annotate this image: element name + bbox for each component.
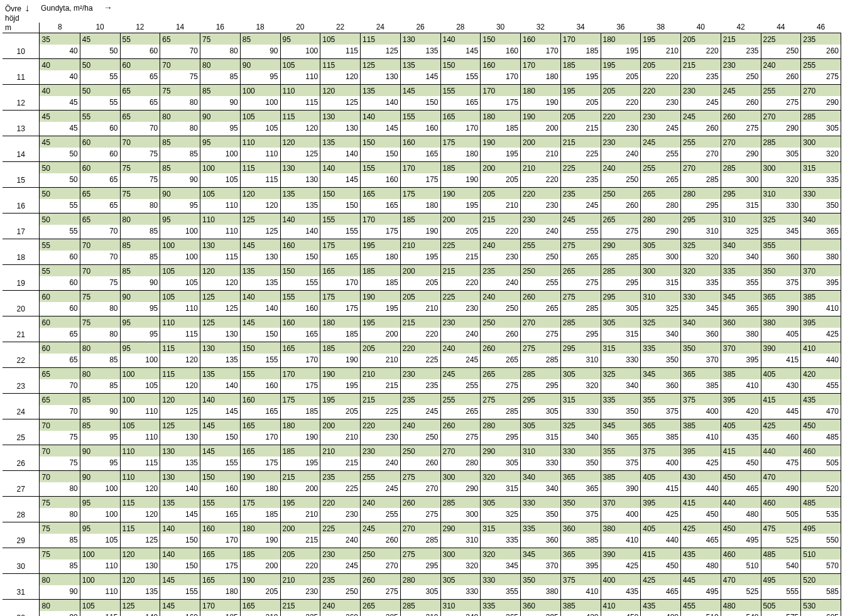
data-cell: 6570	[120, 111, 160, 136]
plain-value: 205	[320, 405, 360, 416]
shaded-value: 105	[160, 265, 200, 276]
data-cell: 7580	[40, 497, 80, 522]
plain-value: 535	[801, 508, 841, 519]
plain-value: 345	[481, 559, 520, 571]
plain-value: 195	[361, 302, 400, 313]
data-cell: 485540	[761, 548, 801, 574]
data-cell: 335350	[601, 394, 641, 419]
data-cell: 5560	[40, 265, 80, 291]
shaded-value: 320	[481, 548, 520, 559]
data-cell: 7580	[80, 291, 120, 316]
data-cell: 415450	[721, 445, 761, 471]
data-cell: 280305	[400, 574, 440, 600]
plain-value: 70	[160, 45, 200, 56]
shaded-value: 415	[761, 394, 801, 405]
shaded-value: 215	[281, 471, 320, 482]
data-cell: 280290	[641, 213, 681, 239]
shaded-value: 170	[481, 85, 520, 96]
plain-value: 295	[521, 379, 560, 391]
data-cell: 325345	[761, 213, 801, 239]
plain-value: 230	[441, 302, 481, 313]
shaded-value: 475	[761, 522, 801, 534]
plain-value: 55	[40, 225, 79, 236]
shaded-value: 205	[401, 291, 440, 302]
shaded-value: 225	[761, 33, 801, 45]
plain-value: 440	[681, 482, 721, 494]
data-cell: 125125	[200, 291, 241, 316]
plain-value: 145	[160, 508, 200, 519]
plain-value: 215	[361, 379, 400, 391]
data-cell: 470490	[761, 471, 801, 497]
plain-value: 400	[601, 508, 641, 519]
data-cell: 9095	[120, 291, 160, 316]
shaded-value: 150	[200, 471, 240, 482]
plain-value: 85	[80, 354, 120, 365]
plain-value: 235	[281, 611, 320, 616]
data-cell: 235260	[801, 33, 841, 59]
row-header: 26	[3, 445, 40, 471]
plain-value: 420	[721, 405, 761, 416]
plain-value: 405	[761, 328, 801, 339]
shaded-value: 190	[441, 188, 481, 199]
shaded-value: 200	[320, 419, 360, 431]
plain-value: 60	[121, 45, 160, 56]
data-cell: 285295	[521, 368, 561, 394]
plain-value: 395	[521, 611, 560, 616]
shaded-value: 305	[481, 497, 520, 508]
data-cell: 120135	[120, 574, 160, 600]
shaded-value: 295	[561, 342, 601, 354]
shaded-value: 180	[281, 419, 320, 431]
row-header: 31	[3, 574, 40, 600]
plain-value: 160	[160, 611, 200, 616]
plain-value: 140	[121, 611, 160, 616]
shaded-value: 45	[80, 33, 120, 45]
plain-value: 225	[320, 482, 360, 494]
shaded-value: 145	[200, 445, 240, 457]
row-header: 19	[3, 265, 40, 291]
plain-value: 55	[40, 199, 79, 210]
plain-value: 190	[320, 354, 360, 365]
data-cell: 450485	[801, 419, 841, 445]
plain-value: 255	[641, 148, 680, 159]
plain-value: 220	[601, 96, 641, 107]
shaded-value: 125	[200, 291, 240, 302]
plain-value: 135	[401, 45, 440, 56]
row-header: 14	[3, 136, 40, 162]
plain-value: 230	[281, 585, 320, 597]
shaded-value: 90	[241, 59, 280, 70]
data-cell: 140150	[160, 522, 200, 548]
plain-value: 205	[561, 96, 601, 107]
data-cell: 7075	[120, 136, 160, 162]
shaded-value: 100	[160, 239, 200, 251]
plain-value: 100	[80, 508, 120, 519]
col-header: 40	[681, 23, 721, 33]
plain-value: 495	[681, 585, 721, 597]
shaded-value: 205	[481, 188, 520, 199]
data-cell: 105115	[320, 33, 361, 59]
plain-value: 120	[200, 276, 240, 288]
data-cell: 6060	[80, 136, 120, 162]
data-cell: 275285	[481, 394, 521, 419]
shaded-value: 70	[40, 471, 79, 482]
plain-value: 160	[361, 173, 400, 185]
data-cell: 260275	[440, 419, 481, 445]
col-header: 22	[320, 23, 361, 33]
data-cell: 195205	[560, 85, 601, 111]
plain-value: 95	[80, 457, 120, 468]
shaded-value: 200	[401, 265, 440, 276]
shaded-value: 380	[761, 316, 801, 328]
data-cell: 105105	[160, 265, 200, 291]
shaded-value: 170	[521, 59, 560, 70]
data-cell: 7080	[40, 471, 80, 497]
shaded-value: 150	[361, 136, 400, 148]
data-cell: 285295	[560, 316, 601, 342]
shaded-value: 100	[200, 162, 240, 173]
data-cell: 300320	[440, 548, 481, 574]
data-cell: 425465	[681, 522, 721, 548]
plain-value: 295	[401, 559, 440, 571]
data-cell: 235240	[481, 265, 521, 291]
col-header: 44	[761, 23, 801, 33]
data-cell: 7075	[80, 265, 120, 291]
shaded-value: 290	[441, 522, 481, 534]
plain-value: 375	[601, 457, 641, 468]
